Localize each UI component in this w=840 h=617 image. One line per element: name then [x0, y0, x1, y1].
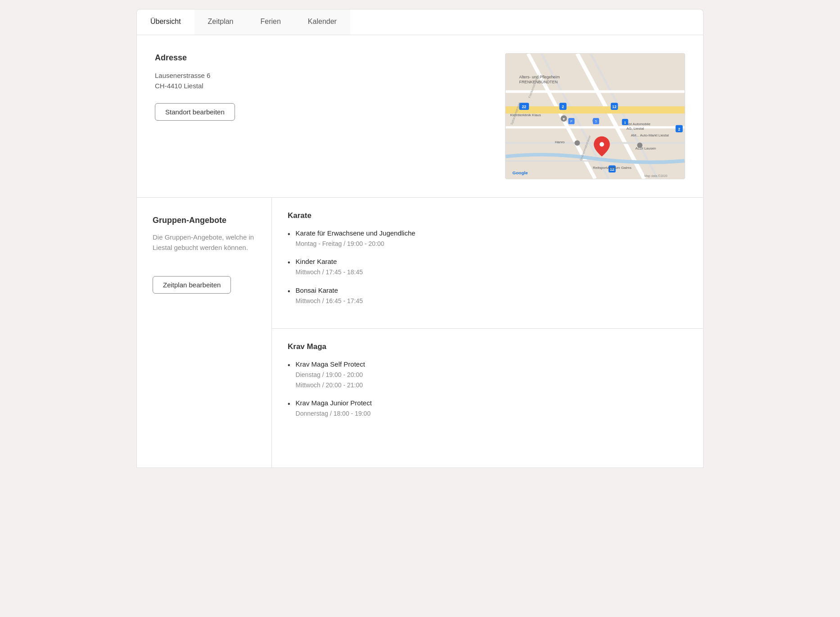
svg-text:2: 2: [678, 127, 680, 132]
tab-kalender[interactable]: Kalender: [294, 9, 350, 35]
svg-text:▼: ▼: [562, 117, 566, 121]
edit-schedule-button[interactable]: Zeitplan bearbeiten: [153, 276, 231, 294]
groups-content: Karate • Karate für Erwachsene und Jugen…: [272, 198, 703, 467]
course-details: Kinder Karate Mittwoch / 17:45 - 18:45: [296, 258, 687, 277]
edit-location-button[interactable]: Standort bearbeiten: [155, 103, 235, 121]
address-section: Adresse Lausenerstrasse 6 CH-4410 Liesta…: [136, 35, 704, 198]
category-kravmaga: Krav Maga • Krav Maga Self Protect Diens…: [272, 329, 703, 441]
bullet-icon: •: [288, 400, 290, 408]
address-content: Adresse Lausenerstrasse 6 CH-4410 Liesta…: [155, 53, 487, 121]
category-kravmaga-title: Krav Maga: [288, 342, 687, 351]
groups-title: Gruppen-Angebote: [153, 216, 256, 225]
tab-ferien[interactable]: Ferien: [247, 9, 294, 35]
bullet-icon: •: [288, 230, 290, 238]
svg-text:Map data ©2020: Map data ©2020: [644, 174, 668, 178]
course-name: Karate für Erwachsene und Jugendliche: [296, 229, 687, 237]
groups-sidebar: Gruppen-Angebote Die Gruppen-Angebote, w…: [137, 198, 272, 467]
address-line1: Lausenerstrasse 6: [155, 72, 487, 79]
svg-text:Alters- und Pflegeheim: Alters- und Pflegeheim: [519, 75, 560, 79]
tab-ubersicht[interactable]: Übersicht: [137, 9, 194, 35]
course-schedule: Donnerstag / 18:00 - 19:00: [296, 408, 687, 418]
svg-text:Abt Automobile: Abt Automobile: [627, 122, 651, 126]
map-container: 22 2 12 2 12 Alters- und Pflegeheim FREN…: [505, 53, 685, 179]
course-schedule: Mittwoch / 17:45 - 18:45: [296, 267, 687, 277]
svg-text:Google: Google: [512, 170, 528, 175]
bullet-icon: •: [288, 287, 290, 295]
list-item: • Karate für Erwachsene und Jugendliche …: [288, 229, 687, 249]
address-line2: CH-4410 Liestal: [155, 82, 487, 90]
svg-text:22: 22: [522, 104, 526, 109]
svg-text:Hanro: Hanro: [555, 140, 565, 144]
course-name: Krav Maga Self Protect: [296, 360, 687, 368]
svg-point-34: [574, 141, 580, 146]
svg-point-35: [637, 143, 642, 148]
svg-text:Reitsportzentrum Galms: Reitsportzentrum Galms: [593, 166, 632, 170]
svg-rect-10: [506, 106, 684, 113]
svg-text:FRENKENBÜNDTEN: FRENKENBÜNDTEN: [519, 80, 558, 84]
list-item: • Krav Maga Self Protect Dienstag / 19:0…: [288, 360, 687, 390]
list-item: • Bonsai Karate Mittwoch / 16:45 - 17:45: [288, 286, 687, 306]
svg-text:ℹ: ℹ: [624, 121, 626, 125]
course-details: Krav Maga Junior Protect Donnerstag / 18…: [296, 399, 687, 418]
course-details: Bonsai Karate Mittwoch / 16:45 - 17:45: [296, 286, 687, 306]
groups-description: Die Gruppen-Angebote, welche in Liestal …: [153, 232, 256, 253]
tab-zeitplan[interactable]: Zeitplan: [194, 9, 247, 35]
course-schedule-2: Mittwoch / 20:00 - 21:00: [296, 380, 687, 390]
course-name: Kinder Karate: [296, 258, 687, 265]
address-title: Adresse: [155, 53, 487, 63]
svg-text:P: P: [570, 120, 573, 123]
category-karate: Karate • Karate für Erwachsene und Jugen…: [272, 198, 703, 329]
course-details: Karate für Erwachsene und Jugendliche Mo…: [296, 229, 687, 249]
bullet-icon: •: [288, 259, 290, 267]
course-schedule: Montag - Freitag / 19:00 - 20:00: [296, 239, 687, 249]
course-schedule: Dienstag / 19:00 - 20:00: [296, 370, 687, 380]
svg-text:AM... Auto-Markt Liestal: AM... Auto-Markt Liestal: [631, 133, 668, 137]
course-name-krav-junior: Krav Maga Junior Protect: [296, 399, 687, 407]
map-image: 22 2 12 2 12 Alters- und Pflegeheim FREN…: [506, 54, 685, 179]
svg-text:12: 12: [612, 104, 617, 109]
svg-text:AG, Liestal: AG, Liestal: [627, 127, 644, 131]
svg-point-37: [600, 142, 604, 147]
course-schedule: Mittwoch / 16:45 - 17:45: [296, 296, 687, 306]
course-details: Krav Maga Self Protect Dienstag / 19:00 …: [296, 360, 687, 390]
course-name: Bonsai Karate: [296, 286, 687, 294]
list-item: • Kinder Karate Mittwoch / 17:45 - 18:45: [288, 258, 687, 277]
tabs-bar: Übersicht Zeitplan Ferien Kalender: [136, 9, 704, 35]
list-item: • Krav Maga Junior Protect Donnerstag / …: [288, 399, 687, 418]
svg-text:2: 2: [562, 104, 564, 109]
groups-section: Gruppen-Angebote Die Gruppen-Angebote, w…: [136, 198, 704, 468]
bullet-icon: •: [288, 361, 290, 369]
svg-text:5: 5: [595, 120, 597, 123]
category-karate-title: Karate: [288, 211, 687, 220]
